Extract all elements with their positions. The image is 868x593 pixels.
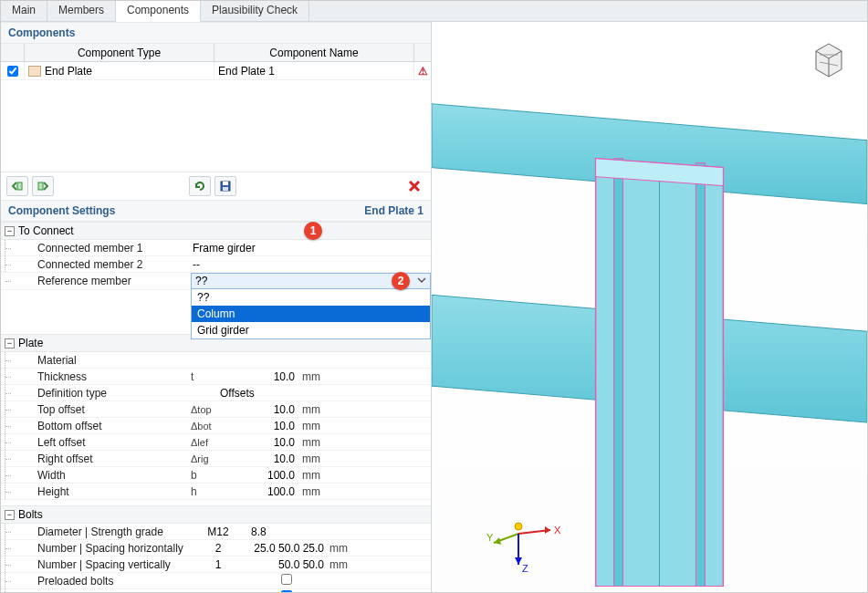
prop-bottom-offset[interactable]: Bottom offset Δbot 10.0 mm — [1, 418, 431, 434]
warning-icon: ⚠ — [414, 65, 431, 78]
prop-bolt-horiz[interactable]: Number | Spacing horizontally 2 25.0 50.… — [1, 540, 431, 557]
prop-shear-plane[interactable]: Shear plane in thread — [1, 589, 431, 592]
preloaded-bolts-checkbox[interactable] — [281, 574, 292, 585]
settings-current-component: End Plate 1 — [364, 204, 424, 217]
section-title: Bolts — [18, 508, 43, 521]
section-title: To Connect — [18, 224, 74, 237]
prop-bolt-vert[interactable]: Number | Spacing vertically 1 50.0 50.0 … — [1, 557, 431, 573]
prop-reference-member[interactable]: Reference member ?? 2 ?? Column Grid g — [1, 273, 431, 290]
shear-plane-checkbox[interactable] — [281, 590, 292, 592]
tab-components[interactable]: Components — [116, 1, 201, 22]
section-title: Plate — [18, 337, 43, 349]
prop-preloaded-bolts[interactable]: Preloaded bolts — [1, 573, 431, 589]
option-column[interactable]: Column — [192, 306, 430, 322]
prop-material[interactable]: Material — [1, 352, 431, 369]
viewport-render — [432, 22, 867, 587]
component-row[interactable]: End Plate End Plate 1 ⚠ — [1, 62, 431, 80]
tab-main[interactable]: Main — [1, 1, 47, 21]
annotation-1: 1 — [304, 222, 322, 240]
collapse-toggle[interactable]: − — [5, 510, 15, 520]
prop-top-offset[interactable]: Top offset Δtop 10.0 mm — [1, 401, 431, 418]
settings-panel-header: Component Settings End Plate 1 — [1, 200, 431, 222]
svg-text:Z: Z — [522, 563, 528, 574]
svg-rect-3 — [223, 182, 228, 185]
prop-thickness[interactable]: Thickness t 10.0 mm — [1, 369, 431, 385]
svg-point-25 — [515, 523, 522, 530]
view-cube[interactable] — [807, 38, 851, 82]
axes-gizmo: X Y Z — [486, 506, 569, 579]
prop-height[interactable]: Height h 100.0 mm — [1, 484, 431, 500]
svg-marker-8 — [614, 159, 623, 587]
svg-marker-17 — [545, 526, 550, 534]
collapse-toggle[interactable]: − — [5, 338, 15, 349]
svg-marker-9 — [695, 163, 705, 587]
refresh-button[interactable] — [189, 176, 211, 196]
svg-marker-20 — [494, 537, 501, 545]
col-header-type: Component Type — [25, 44, 214, 61]
prop-right-offset[interactable]: Right offset Δrig 10.0 mm — [1, 451, 431, 467]
svg-text:Y: Y — [486, 532, 494, 543]
components-panel-title: Components — [1, 22, 431, 44]
move-left-button[interactable] — [6, 176, 28, 196]
components-toolbar — [1, 172, 431, 200]
prop-connected-member-1[interactable]: Connected member 1 Frame girder — [1, 240, 431, 256]
save-button[interactable] — [214, 176, 236, 196]
col-header-name: Component Name — [214, 44, 414, 61]
reference-member-options: ?? Column Grid girder — [191, 288, 431, 339]
svg-marker-23 — [515, 557, 522, 565]
option-blank[interactable]: ?? — [192, 289, 430, 306]
row-checkbox[interactable] — [7, 66, 18, 77]
svg-rect-4 — [223, 187, 228, 191]
move-right-button[interactable] — [32, 176, 54, 196]
option-grid-girder[interactable]: Grid girder — [192, 322, 430, 338]
chevron-down-icon — [417, 275, 426, 287]
collapse-toggle[interactable]: − — [5, 226, 15, 236]
tab-plausibility[interactable]: Plausibility Check — [201, 1, 309, 21]
prop-connected-member-2[interactable]: Connected member 2 -- — [1, 256, 431, 273]
delete-button[interactable] — [403, 176, 425, 196]
3d-viewport[interactable]: X Y Z — [432, 22, 867, 592]
prop-width[interactable]: Width b 100.0 mm — [1, 467, 431, 484]
svg-rect-1 — [38, 182, 43, 190]
annotation-2: 2 — [392, 272, 410, 290]
row-type-text: End Plate — [45, 65, 92, 78]
settings-tree[interactable]: − To Connect 1 Connected member 1 Frame … — [1, 222, 431, 592]
section-bolts[interactable]: − Bolts — [1, 505, 431, 524]
section-to-connect[interactable]: − To Connect 1 — [1, 222, 431, 240]
components-grid-header: Component Type Component Name — [1, 44, 431, 62]
color-swatch — [28, 66, 41, 77]
row-name-text: End Plate 1 — [214, 62, 414, 79]
prop-definition-type[interactable]: Definition type Offsets — [1, 385, 431, 401]
reference-member-dropdown[interactable]: ?? 2 ?? Column Grid girder — [191, 273, 431, 289]
tab-members[interactable]: Members — [47, 1, 116, 21]
prop-bolt-diameter[interactable]: Diameter | Strength grade M12 8.8 — [1, 524, 431, 540]
prop-left-offset[interactable]: Left offset Δlef 10.0 mm — [1, 434, 431, 451]
tab-bar: Main Members Components Plausibility Che… — [1, 1, 867, 22]
svg-rect-0 — [17, 182, 22, 190]
settings-panel-title: Component Settings — [8, 204, 115, 217]
components-grid[interactable]: End Plate End Plate 1 ⚠ — [1, 62, 431, 172]
svg-text:X: X — [554, 525, 561, 536]
